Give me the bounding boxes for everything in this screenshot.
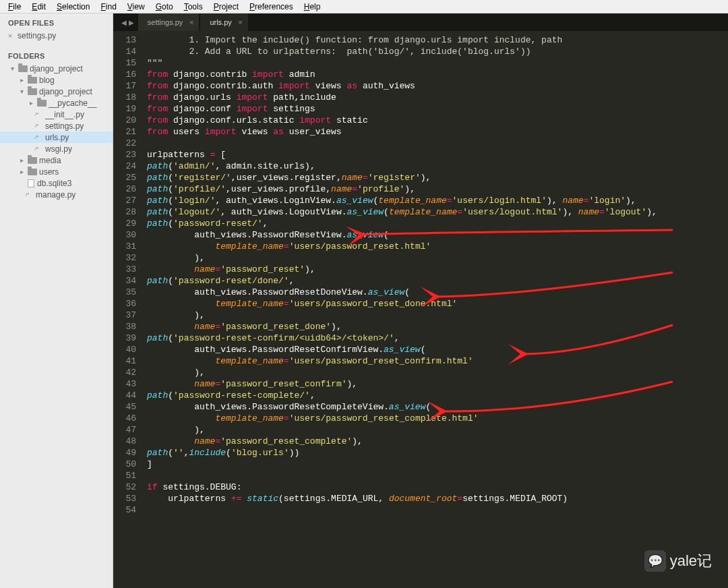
disclosure-icon[interactable]: ▸ — [18, 156, 26, 164]
python-icon: /* — [26, 192, 34, 198]
menu-help[interactable]: Help — [299, 1, 326, 13]
tree-media[interactable]: ▸media — [0, 154, 113, 166]
disclosure-icon[interactable]: ▾ — [18, 88, 26, 95]
menu-find[interactable]: Find — [95, 1, 121, 13]
tab-nav-arrows[interactable]: ◀ ▶ — [117, 19, 138, 26]
disclosure-icon[interactable]: ▸ — [27, 99, 35, 107]
sidebar: OPEN FILES ×settings.py FOLDERS ▾django_… — [0, 13, 113, 588]
disclosure-icon[interactable]: ▸ — [18, 168, 26, 175]
wechat-icon: 💬 — [644, 550, 666, 572]
close-icon[interactable]: × — [238, 18, 242, 26]
line-gutter: 1314151617181920212223242526272829303132… — [113, 31, 143, 588]
menu-preferences[interactable]: Preferences — [244, 1, 299, 13]
menu-file[interactable]: File — [3, 1, 26, 13]
python-icon: /* — [35, 111, 43, 117]
file-icon — [28, 179, 34, 187]
folder-icon — [37, 100, 47, 107]
menu-project[interactable]: Project — [208, 1, 244, 13]
code-content[interactable]: 1. Import the include() function: from d… — [143, 31, 728, 588]
python-icon: /* — [35, 134, 43, 140]
folder-icon — [28, 88, 37, 95]
code-editor[interactable]: 1314151617181920212223242526272829303132… — [113, 31, 728, 588]
menu-selection[interactable]: Selection — [51, 1, 95, 13]
python-icon: /* — [35, 123, 43, 129]
tree-users[interactable]: ▸users — [0, 166, 113, 177]
tree-settings.py[interactable]: /*settings.py — [0, 120, 113, 131]
folder-icon — [28, 169, 37, 175]
tree-manage.py[interactable]: /*manage.py — [0, 189, 113, 200]
disclosure-icon[interactable]: ▸ — [18, 76, 26, 84]
close-icon[interactable]: × — [189, 18, 193, 26]
disclosure-icon[interactable]: ▾ — [8, 65, 16, 72]
python-icon: /* — [35, 146, 43, 152]
tree-django_project[interactable]: ▾django_project — [0, 63, 113, 74]
editor-area: ◀ ▶ settings.py×urls.py× 131415161718192… — [113, 13, 728, 588]
folder-icon — [18, 65, 28, 72]
folders-title: FOLDERS — [0, 47, 113, 63]
open-files-title: OPEN FILES — [0, 13, 113, 30]
watermark-text: yale记 — [670, 551, 712, 571]
watermark: 💬 yale记 — [644, 550, 712, 572]
tree-__init__.py[interactable]: /*__init__.py — [0, 109, 113, 120]
menu-goto[interactable]: Goto — [150, 1, 179, 13]
menu-view[interactable]: View — [122, 1, 150, 13]
tab-settings.py[interactable]: settings.py× — [138, 13, 200, 31]
tab-urls.py[interactable]: urls.py× — [200, 13, 248, 31]
tree-__pycache__[interactable]: ▸__pycache__ — [0, 97, 113, 109]
folder-icon — [28, 77, 37, 84]
folder-icon — [28, 157, 37, 164]
tree-django_project[interactable]: ▾django_project — [0, 86, 113, 97]
menu-tools[interactable]: Tools — [179, 1, 208, 13]
menu-edit[interactable]: Edit — [26, 1, 51, 13]
tree-urls.py[interactable]: /*urls.py — [0, 131, 113, 143]
open-file-settings.py[interactable]: ×settings.py — [0, 30, 113, 41]
tree-db.sqlite3[interactable]: db.sqlite3 — [0, 177, 113, 189]
tree-wsgi.py[interactable]: /*wsgi.py — [0, 143, 113, 154]
tab-bar: ◀ ▶ settings.py×urls.py× — [113, 13, 728, 31]
menubar[interactable]: FileEditSelectionFindViewGotoToolsProjec… — [0, 0, 728, 13]
close-icon[interactable]: × — [8, 32, 15, 40]
tree-blog[interactable]: ▸blog — [0, 74, 113, 86]
